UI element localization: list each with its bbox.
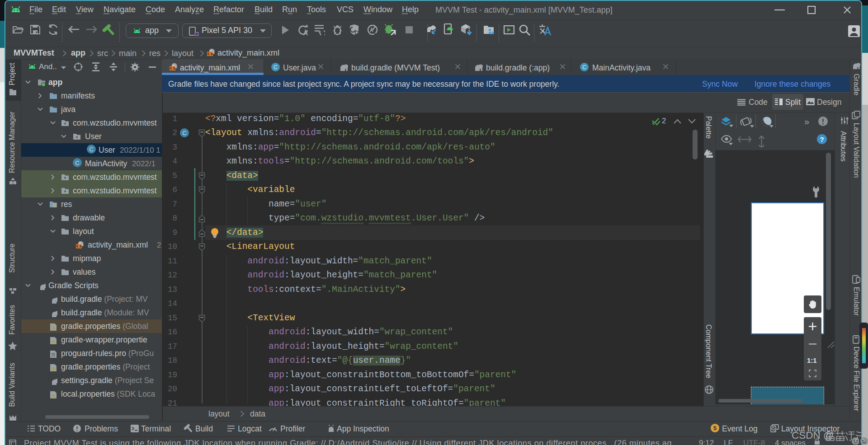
svg-text:C: C (582, 64, 586, 70)
svg-text:5: 5 (713, 425, 717, 431)
svg-text:C: C (89, 146, 93, 153)
svg-text:C: C (75, 159, 79, 166)
svg-text:?: ? (820, 136, 824, 143)
svg-text:C: C (274, 64, 278, 70)
svg-text:C: C (182, 130, 186, 136)
